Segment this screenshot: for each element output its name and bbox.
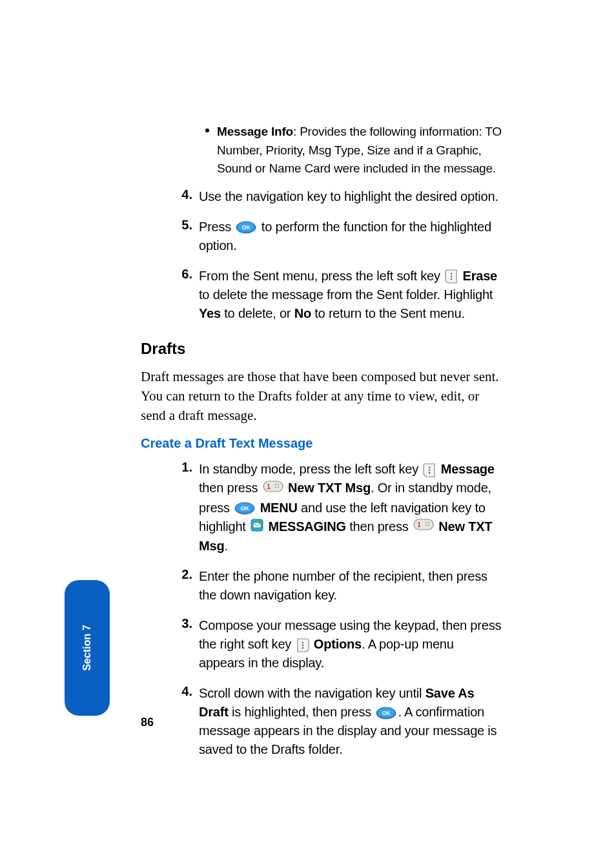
- c1e: then press: [346, 519, 412, 534]
- step-text: Compose your message using the keypad, t…: [199, 616, 502, 672]
- key-1-icon: [263, 479, 283, 499]
- step-num: 4.: [141, 684, 192, 699]
- step-num: 5.: [141, 218, 192, 233]
- step-text: Press to perform the function for the hi…: [199, 218, 502, 255]
- create-step-2: 2. Enter the phone number of the recipie…: [141, 567, 502, 605]
- step-text: In standby mode, press the left soft key…: [199, 460, 502, 556]
- step-4: 4. Use the navigation key to highlight t…: [141, 187, 502, 206]
- step-num: 4.: [141, 187, 192, 202]
- key-1-icon: [413, 517, 434, 537]
- page-content: Message Info: Provides the following inf…: [141, 123, 502, 771]
- section-tab-label: Section 7: [81, 625, 93, 670]
- manual-page: Message Info: Provides the following inf…: [0, 0, 616, 852]
- messaging-app-icon: [251, 518, 263, 537]
- step-text: From the Sent menu, press the left soft …: [199, 267, 502, 323]
- erase-label: Erase: [463, 269, 498, 283]
- left-softkey-icon: [445, 269, 458, 284]
- bullet-item-message-info: Message Info: Provides the following inf…: [141, 123, 502, 178]
- ok-button-icon: [376, 707, 396, 720]
- create-draft-heading: Create a Draft Text Message: [141, 436, 502, 451]
- message-info-label: Message Info: [217, 125, 293, 138]
- drafts-heading: Drafts: [141, 340, 502, 358]
- step-num: 2.: [141, 567, 192, 582]
- new-txt-msg-label: New TXT Msg: [288, 481, 371, 495]
- create-step-3: 3. Compose your message using the keypad…: [141, 616, 502, 672]
- step-text: Use the navigation key to highlight the …: [199, 187, 498, 206]
- step-6: 6. From the Sent menu, press the left so…: [141, 267, 502, 323]
- ok-button-icon: [236, 221, 256, 234]
- options-label: Options: [314, 637, 362, 651]
- s6c: to delete, or: [221, 306, 294, 320]
- message-label: Message: [441, 462, 495, 476]
- step-num: 1.: [141, 460, 192, 475]
- create-step-1: 1. In standby mode, press the left soft …: [141, 460, 502, 556]
- c1a: In standby mode, press the left soft key: [199, 462, 422, 476]
- c4a: Scroll down with the navigation key unti…: [199, 686, 426, 700]
- no-label: No: [294, 306, 311, 320]
- step-num: 3.: [141, 616, 192, 631]
- step-text: Enter the phone number of the recipient,…: [199, 567, 502, 605]
- step-num: 6.: [141, 267, 192, 282]
- menu-label: MENU: [260, 501, 298, 515]
- step-5: 5. Press to perform the function for the…: [141, 218, 502, 255]
- bullet-dot: [205, 129, 209, 132]
- c1b: then press: [199, 481, 262, 495]
- s6b: to delete the message from the Sent fold…: [199, 287, 493, 302]
- s6d: to return to the Sent menu.: [311, 306, 465, 320]
- create-step-4: 4. Scroll down with the navigation key u…: [141, 684, 502, 759]
- s6a: From the Sent menu, press the left soft …: [199, 269, 444, 283]
- drafts-paragraph: Draft messages are those that have been …: [141, 367, 502, 426]
- c4b: is highlighted, then press: [229, 705, 375, 719]
- c1f: .: [224, 539, 227, 553]
- page-number: 86: [141, 716, 154, 729]
- step-text: Scroll down with the navigation key unti…: [199, 684, 502, 759]
- ok-button-icon: [234, 502, 255, 515]
- yes-label: Yes: [199, 306, 221, 320]
- bullet-text: Message Info: Provides the following inf…: [217, 123, 502, 178]
- left-softkey-icon: [423, 462, 436, 478]
- right-softkey-icon: [296, 638, 309, 653]
- step5-before: Press: [199, 220, 234, 234]
- section-tab: Section 7: [65, 580, 110, 716]
- messaging-label: MESSAGING: [268, 519, 345, 534]
